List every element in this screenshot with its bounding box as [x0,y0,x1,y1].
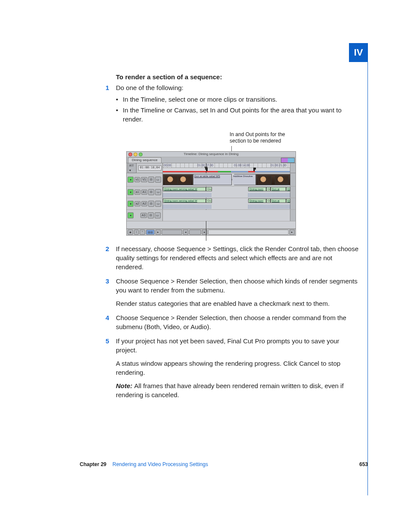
step-item: 1 Do one of the following: In the Timeli… [106,83,361,236]
waveform-icon [163,205,212,209]
scroll-right-icon[interactable]: ▸ [290,230,295,235]
track-header-a2: ● a2 A2 ⊟ ▭ [127,198,163,209]
ruler-header: RT ▾ 01:00:18;04 [127,163,163,173]
track-body-v1[interactable]: Don at table salad WS Additive Dissolve [163,173,290,186]
dest-track-label[interactable]: A3 [140,213,147,218]
step-followup: Render status categories that are enable… [116,299,361,308]
color-swatch [281,158,295,163]
video-clip[interactable] [163,174,193,185]
step-item: 2 If necessary, choose Sequence > Settin… [106,244,361,271]
transition-clip[interactable]: Additive Dissolve [232,174,256,185]
window-titlebar: Timeline: Dining sequence in Dining [127,152,296,157]
timeline-window: Timeline: Dining sequence in Dining Dini… [126,151,296,236]
audio-clip[interactable]: Dini [286,187,290,191]
close-icon[interactable] [128,152,132,156]
video-clip-label[interactable]: Don at table salad WS [193,174,232,185]
render-needs-red [163,171,218,172]
out-point-marker[interactable] [253,168,256,171]
step-text: Do one of the following: [116,84,184,91]
timeline-bottom-bar: ◉ ⌇ ⌃ ▥▥ ▸ ◂ ▸ ▸ [127,229,296,235]
document-page: IV To render a section of a sequence: 1 … [0,0,411,532]
ruler-tc: 01:00:14;00 [234,163,250,168]
footer-title: Rendering and Video Processing Settings [112,461,359,467]
ruler-tc: 01:00:21;00 [271,163,286,168]
source-track-label[interactable]: a2 [134,201,140,206]
rt-popup-button[interactable]: RT ▾ [128,163,137,173]
auto-select-icon[interactable]: ● [128,201,134,207]
lock-icon[interactable]: ⊟ [148,177,154,183]
audio-clip[interactable]: Dining room serving salad W [163,187,206,191]
audio-clip[interactable]: Don at table [271,187,286,191]
source-track-label[interactable]: v1 [134,177,140,182]
visibility-icon[interactable]: ▭ [155,177,161,183]
toggle-button[interactable]: ◉ [128,230,133,235]
nav-left-icon[interactable]: ◂ [183,230,188,235]
mute-icon[interactable]: ▭ [155,201,161,207]
side-rule [367,43,368,495]
audio-clip[interactable]: Dining room [248,187,266,191]
scroll-gutter [290,163,296,173]
note-paragraph: Note: All frames that have already been … [116,381,361,399]
scroll-gutter [290,173,296,186]
track-header-a1: ● a1 A1 ⊟ ▭ [127,187,163,198]
audio-transition[interactable]: Cro [206,187,212,191]
render-needs-red [248,171,255,172]
sequence-tab[interactable]: Dining sequence [128,157,162,163]
window-title: Timeline: Dining sequence in Dining [184,152,238,156]
scroll-right-icon[interactable]: ▸ [156,230,161,235]
lock-icon[interactable]: ⊟ [148,189,154,195]
dest-track-label[interactable]: A2 [141,201,148,206]
minimize-icon[interactable] [134,152,137,156]
video-clip[interactable] [256,174,290,185]
current-timecode[interactable]: 01:00:18;04 [138,165,162,171]
audio-clip[interactable]: Dining room [248,199,266,203]
lock-icon[interactable]: ⊟ [148,212,154,218]
track-height-button[interactable]: ▥▥ [146,230,155,235]
scroll-gutter [290,198,296,209]
render-ok-green [218,171,231,172]
waveform-icon [163,193,212,197]
step-text: Choose Sequence > Render Selection, then… [116,277,358,294]
step-number: 3 [106,277,109,286]
nav-right-icon[interactable]: ▸ [202,230,207,235]
auto-select-icon[interactable]: ● [128,177,134,183]
footer-page-number: 653 [359,461,368,467]
track-body-a1[interactable]: Dining room serving salad W Cro Dining r… [163,187,290,198]
auto-select-icon[interactable]: ● [128,212,134,218]
dest-track-label[interactable]: A1 [141,190,148,195]
horizontal-scrollbar[interactable] [208,230,289,235]
bullet-item: In the Timeline or Canvas, set In and Ou… [116,106,361,124]
step-item: 3 Choose Sequence > Render Selection, th… [106,277,361,308]
footer-chapter: Chapter 29 [80,461,106,467]
procedure-heading: To render a section of a sequence: [116,73,361,81]
figure-callout: In and Out points for the section to be … [230,131,290,144]
audio-clip[interactable]: Dini [286,199,290,203]
timeline-ruler[interactable]: 00:00 01:00:07;00 01:00:14;00 01:00:21;0… [163,163,290,173]
toggle-snapping-button[interactable]: ⌃ [140,230,145,235]
mute-icon[interactable]: ▭ [155,189,161,195]
dest-track-label[interactable]: V1 [141,177,147,182]
mute-icon[interactable]: ▭ [155,212,161,218]
audio-transition[interactable]: Cro [266,199,271,203]
track-body-a2[interactable]: Dining room serving salad W Cro Dining r… [163,198,290,209]
zoom-slider[interactable] [162,230,182,235]
step-number: 1 [106,83,109,92]
step-number: 4 [106,313,109,322]
step-number: 5 [106,336,109,345]
zoom-icon[interactable] [139,152,143,156]
tab-row: Dining sequence [127,157,296,163]
audio-clip[interactable]: Don at table [271,199,286,203]
auto-select-icon[interactable]: ● [128,189,134,195]
toggle-linking-button[interactable]: ⌇ [134,230,139,235]
track-body-a3[interactable] [163,210,290,221]
audio-transition[interactable]: Cro [266,187,271,191]
waveform-icon [248,205,290,209]
audio-transition[interactable]: Cro [206,199,212,203]
step-item: 4 Choose Sequence > Render Selection, th… [106,313,361,331]
step-item: 5 If your project has not yet been saved… [106,336,361,399]
audio-clip[interactable]: Dining room serving salad W [163,199,206,203]
scroll-gutter [290,210,296,221]
source-track-label[interactable]: a1 [134,190,140,195]
lock-icon[interactable]: ⊟ [148,201,154,207]
nav-field[interactable] [189,230,201,235]
